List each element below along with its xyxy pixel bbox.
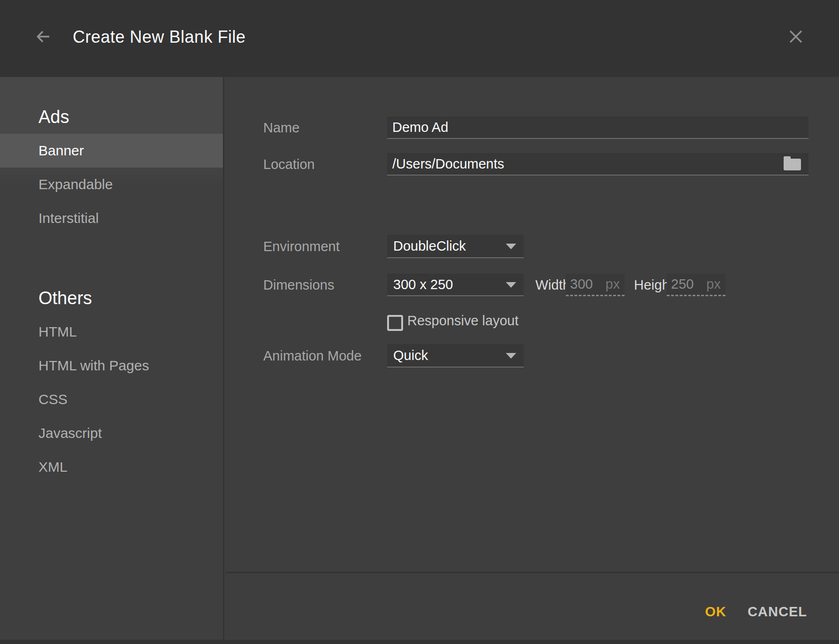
- dialog-title: Create New Blank File: [73, 0, 246, 77]
- chevron-down-icon: [506, 353, 516, 359]
- dimensions-label: Dimensions: [263, 274, 335, 296]
- location-field: [387, 153, 808, 176]
- animation-mode-label: Animation Mode: [263, 344, 362, 368]
- create-new-blank-file-dialog: Create New Blank File Ads Banner Expanda…: [0, 0, 839, 644]
- animation-mode-value: Quick: [393, 348, 428, 363]
- sidebar-item-html[interactable]: HTML: [0, 315, 223, 349]
- width-input[interactable]: 300 px: [566, 274, 625, 296]
- close-icon[interactable]: [787, 28, 804, 45]
- dimensions-dropdown[interactable]: 300 x 250: [387, 274, 524, 296]
- environment-label: Environment: [263, 235, 340, 258]
- animation-mode-dropdown[interactable]: Quick: [387, 344, 524, 368]
- name-input[interactable]: [387, 116, 808, 139]
- footer-divider: [226, 572, 839, 573]
- width-value: 300: [570, 276, 593, 291]
- responsive-layout-checkbox[interactable]: [387, 315, 403, 331]
- height-unit: px: [706, 274, 721, 295]
- location-input[interactable]: [387, 153, 808, 176]
- sidebar-item-html-with-pages[interactable]: HTML with Pages: [0, 349, 223, 383]
- cancel-button[interactable]: CANCEL: [747, 599, 807, 624]
- dialog-body: Ads Banner Expandable Interstitial Other…: [0, 77, 839, 644]
- sidebar-section-gap: [0, 235, 223, 281]
- dimensions-value: 300 x 250: [393, 277, 453, 292]
- sidebar-item-interstitial[interactable]: Interstitial: [0, 201, 223, 235]
- chevron-down-icon: [506, 282, 516, 288]
- chevron-down-icon: [506, 244, 516, 249]
- name-label: Name: [263, 116, 299, 139]
- back-arrow-icon[interactable]: [34, 27, 53, 46]
- width-label: Width: [535, 274, 570, 296]
- responsive-layout-label: Responsive layout: [407, 313, 519, 329]
- height-input[interactable]: 250 px: [667, 274, 725, 296]
- sidebar-item-xml[interactable]: XML: [0, 450, 223, 484]
- sidebar-item-banner[interactable]: Banner: [0, 134, 223, 168]
- ok-button[interactable]: OK: [705, 599, 727, 624]
- file-type-sidebar: Ads Banner Expandable Interstitial Other…: [0, 77, 224, 644]
- folder-icon[interactable]: [784, 159, 801, 170]
- height-value: 250: [671, 276, 694, 291]
- sidebar-item-javascript[interactable]: Javascript: [0, 416, 223, 450]
- sidebar-item-css[interactable]: CSS: [0, 383, 223, 416]
- sidebar-section-others: Others: [0, 281, 223, 315]
- sidebar-section-ads: Ads: [0, 100, 223, 134]
- new-file-form: Name Location Environment DoubleClick Di…: [226, 77, 839, 644]
- environment-value: DoubleClick: [393, 238, 466, 253]
- location-label: Location: [263, 153, 315, 176]
- sidebar-item-expandable[interactable]: Expandable: [0, 168, 223, 201]
- window-bottom-edge: [0, 640, 839, 644]
- environment-dropdown[interactable]: DoubleClick: [387, 235, 524, 258]
- width-unit: px: [605, 274, 620, 295]
- dialog-header: Create New Blank File: [0, 0, 839, 77]
